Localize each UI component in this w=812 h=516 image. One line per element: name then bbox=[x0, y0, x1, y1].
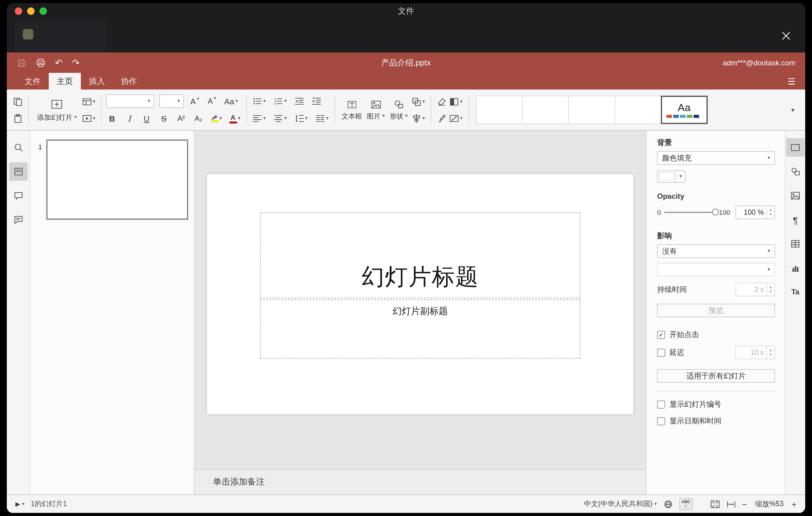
fullscreen-traffic-light[interactable] bbox=[39, 7, 47, 15]
zoom-out-button[interactable]: − bbox=[742, 500, 747, 508]
theme-option[interactable] bbox=[568, 96, 615, 124]
background-fill-select[interactable]: 颜色填充 ▾ bbox=[657, 151, 775, 165]
tab-collaboration[interactable]: 协作 bbox=[113, 73, 145, 89]
columns-button[interactable]: ▾ bbox=[314, 112, 330, 125]
spin-up-icon[interactable]: ▴ bbox=[770, 285, 772, 289]
textart-settings-button[interactable]: Ta bbox=[786, 283, 805, 301]
table-settings-button[interactable] bbox=[786, 234, 805, 253]
slide-layout-button[interactable]: ▾ bbox=[81, 95, 96, 108]
slide-size-button[interactable]: ▾ bbox=[448, 111, 464, 125]
tab-insert[interactable]: 插入 bbox=[81, 73, 113, 89]
theme-option[interactable] bbox=[522, 96, 569, 124]
insert-textbox-button[interactable]: 文本框 bbox=[339, 93, 364, 127]
underline-button[interactable]: U bbox=[140, 112, 153, 125]
opacity-spinner[interactable]: 100 % ▴▾ bbox=[735, 205, 775, 219]
tab-file[interactable]: 文件 bbox=[17, 73, 49, 89]
arrange-shape-button[interactable]: ▾ bbox=[410, 95, 426, 108]
duration-spinner[interactable]: 2 s ▴▾ bbox=[735, 283, 775, 296]
superscript-button[interactable]: A² bbox=[175, 112, 187, 125]
title-placeholder[interactable]: 幻灯片标题 bbox=[260, 212, 580, 298]
decrease-indent-button[interactable] bbox=[293, 94, 305, 108]
checkbox-unchecked[interactable] bbox=[657, 401, 665, 409]
slide-thumbnail[interactable] bbox=[46, 140, 188, 220]
print-button[interactable] bbox=[36, 58, 46, 67]
vertical-align-button[interactable]: ▾ bbox=[272, 112, 288, 125]
subscript-button[interactable]: A₂ bbox=[192, 112, 205, 125]
spin-up-icon[interactable]: ▴ bbox=[770, 208, 772, 212]
undo-icon[interactable]: ↶ bbox=[55, 58, 63, 67]
comments-button[interactable] bbox=[9, 187, 27, 205]
start-on-click-checkbox[interactable]: ✓ 开始点击 bbox=[657, 329, 775, 340]
numbering-button[interactable]: ▾ bbox=[272, 94, 288, 108]
clear-style-button[interactable] bbox=[435, 95, 448, 108]
font-size-combobox[interactable]: ▾ bbox=[159, 94, 183, 108]
horizontal-align-button[interactable]: ▾ bbox=[251, 112, 267, 125]
notes-area[interactable]: 单击添加备注 bbox=[194, 469, 646, 494]
font-color-button[interactable]: A ▾ bbox=[228, 112, 241, 125]
search-icon[interactable] bbox=[9, 138, 27, 157]
theme-gallery-expand-button[interactable]: ▾ bbox=[785, 96, 800, 124]
checkbox-unchecked[interactable] bbox=[657, 348, 665, 356]
effect-type-select[interactable]: ▾ bbox=[657, 263, 775, 277]
preview-button[interactable]: 预览 bbox=[657, 304, 775, 317]
spin-down-icon[interactable]: ▾ bbox=[770, 289, 772, 294]
close-icon[interactable] bbox=[778, 28, 794, 44]
checkbox-checked[interactable]: ✓ bbox=[657, 331, 665, 339]
paste-button[interactable] bbox=[12, 111, 24, 125]
slider-knob[interactable] bbox=[712, 209, 719, 216]
insert-shape-button[interactable]: 形状▾ bbox=[387, 93, 410, 127]
copy-button[interactable] bbox=[12, 95, 24, 108]
paragraph-settings-button[interactable]: ¶ bbox=[786, 210, 805, 229]
theme-option[interactable] bbox=[614, 96, 661, 124]
spin-down-icon[interactable]: ▾ bbox=[770, 212, 772, 217]
document-language-icon[interactable] bbox=[663, 499, 673, 509]
spin-down-icon[interactable]: ▾ bbox=[770, 352, 772, 357]
zoom-label[interactable]: 缩放%53 bbox=[753, 499, 785, 509]
fit-slide-button[interactable] bbox=[710, 499, 720, 509]
copy-style-button[interactable] bbox=[435, 111, 448, 125]
italic-button[interactable]: I bbox=[123, 112, 136, 125]
close-traffic-light[interactable] bbox=[15, 7, 22, 15]
slide-settings-button[interactable] bbox=[786, 138, 805, 157]
apply-to-all-slides-button[interactable]: 适用于所有幻灯片 bbox=[657, 369, 775, 383]
show-date-time-checkbox[interactable]: 显示日期和时间 bbox=[657, 416, 775, 427]
checkbox-unchecked[interactable] bbox=[657, 417, 665, 425]
theme-option-current[interactable]: Aa bbox=[661, 96, 707, 124]
show-slide-number-checkbox[interactable]: 显示幻灯片编号 bbox=[657, 399, 775, 410]
tab-home[interactable]: 主页 bbox=[49, 73, 81, 89]
fit-width-button[interactable] bbox=[726, 499, 736, 509]
chart-settings-button[interactable] bbox=[786, 259, 805, 277]
subtitle-placeholder[interactable]: 幻灯片副标题 bbox=[260, 299, 580, 359]
slides-thumbnails-button[interactable] bbox=[9, 162, 27, 181]
delay-checkbox[interactable]: 延迟 bbox=[657, 347, 735, 358]
align-shape-button[interactable]: ▾ bbox=[410, 111, 426, 125]
menu-icon[interactable]: ☰ bbox=[788, 77, 795, 85]
language-selector[interactable]: 中文(中华人民共和国) ▾ bbox=[584, 499, 657, 509]
slide[interactable]: 幻灯片标题 幻灯片副标题 bbox=[207, 174, 633, 414]
color-scheme-button[interactable]: ▾ bbox=[448, 95, 464, 108]
decrease-font-button[interactable]: A ▾ bbox=[206, 94, 218, 108]
spellcheck-toggle[interactable]: ABC ✓ bbox=[679, 498, 693, 510]
save-button[interactable] bbox=[17, 58, 27, 67]
font-name-combobox[interactable]: ▾ bbox=[106, 94, 154, 108]
delay-spinner[interactable]: 10 s ▴▾ bbox=[735, 346, 775, 359]
insert-image-button[interactable]: 图片▾ bbox=[364, 93, 387, 127]
highlight-color-button[interactable]: ▾ bbox=[209, 112, 223, 125]
add-slide-button[interactable]: 添加幻灯片▾ bbox=[33, 93, 81, 127]
redo-icon[interactable]: ↷ bbox=[72, 58, 80, 67]
increase-font-button[interactable]: A ▴ bbox=[188, 94, 201, 108]
increase-indent-button[interactable] bbox=[310, 94, 322, 108]
opacity-slider[interactable] bbox=[664, 212, 716, 213]
zoom-in-button[interactable]: + bbox=[792, 500, 796, 508]
start-slideshow-status-button[interactable]: ▶ ▾ bbox=[16, 500, 24, 507]
effect-select[interactable]: 没有 ▾ bbox=[657, 245, 775, 258]
minimize-traffic-light[interactable] bbox=[27, 7, 34, 15]
spin-up-icon[interactable]: ▴ bbox=[770, 348, 772, 352]
shape-settings-button[interactable] bbox=[786, 162, 805, 181]
bold-button[interactable]: B bbox=[106, 112, 118, 125]
change-case-button[interactable]: Aa ▾ bbox=[223, 94, 239, 108]
bullets-button[interactable]: ▾ bbox=[251, 94, 267, 108]
line-spacing-button[interactable]: ▾ bbox=[293, 112, 309, 125]
image-settings-button[interactable] bbox=[786, 187, 805, 205]
theme-option[interactable] bbox=[475, 96, 522, 124]
